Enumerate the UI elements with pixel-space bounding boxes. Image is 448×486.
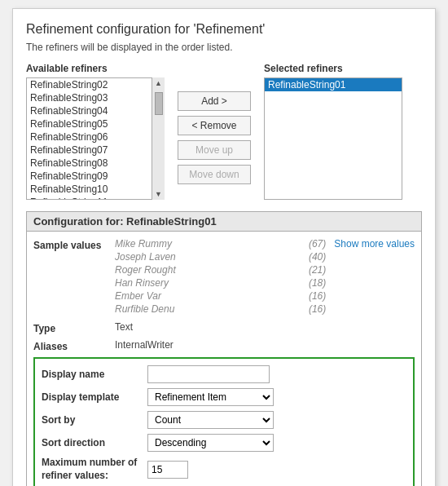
sort-direction-label: Sort direction (42, 437, 147, 448)
list-item[interactable]: RefinableString11 (27, 196, 164, 200)
sample-value-row: Mike Rummy (67) (115, 238, 326, 250)
panel-title: Refinement configuration for 'Refinement… (26, 22, 422, 37)
display-template-label: Display template (42, 391, 147, 403)
sample-name: Mike Rummy (115, 238, 172, 250)
selected-list-item[interactable]: RefinableString01 (265, 78, 402, 91)
refiners-section: Available refiners RefinableString02 Ref… (26, 63, 422, 200)
list-item[interactable]: RefinableString03 (27, 91, 164, 104)
list-item[interactable]: RefinableString06 (27, 130, 164, 144)
add-button[interactable]: Add > (178, 91, 251, 111)
list-item[interactable]: RefinableString05 (27, 117, 164, 130)
main-panel: Refinement configuration for 'Refinement… (12, 8, 436, 486)
sample-count: (18) (309, 277, 326, 289)
scroll-thumb (155, 92, 163, 115)
sample-value-row: Ember Var (16) (115, 290, 326, 302)
sample-name: Joseph Laven (115, 251, 176, 263)
max-refiner-label: Maximum number of refiner values: (42, 457, 147, 482)
sort-direction-row: Sort direction Descending Ascending (42, 434, 406, 452)
available-refiners-col: Available refiners RefinableString02 Ref… (26, 63, 165, 200)
panel-subtitle: The refiners will be displayed in the or… (26, 42, 422, 53)
aliases-row: Aliases InternalWriter (33, 339, 415, 352)
sample-name: Roger Rought (115, 264, 176, 276)
display-template-select[interactable]: Refinement Item Refinement Item (multi) … (147, 388, 274, 406)
max-refiner-input[interactable] (147, 461, 188, 479)
scroll-up-arrow[interactable]: ▲ (153, 77, 164, 89)
list-item[interactable]: RefinableString07 (27, 144, 164, 157)
display-name-label: Display name (42, 369, 147, 380)
scrollbar[interactable]: ▲ ▼ (152, 77, 165, 200)
type-row: Type Text (33, 321, 415, 334)
remove-button[interactable]: < Remove (178, 116, 251, 135)
sample-value-row: Roger Rought (21) (115, 264, 326, 276)
available-refiners-list[interactable]: RefinableString02 RefinableString03 Refi… (26, 77, 165, 200)
scroll-down-arrow[interactable]: ▼ (153, 188, 164, 200)
editable-config-section: Display name Display template Refinement… (33, 357, 415, 486)
sample-count: (67) (309, 238, 326, 250)
sort-direction-select[interactable]: Descending Ascending (147, 434, 274, 452)
type-value: Text (115, 321, 415, 333)
available-refiners-label: Available refiners (26, 63, 165, 74)
sample-count: (40) (309, 251, 326, 263)
max-refiner-row: Maximum number of refiner values: (42, 457, 406, 482)
move-down-button[interactable]: Move down (178, 165, 251, 184)
sort-by-row: Sort by Count Name (42, 411, 406, 429)
selected-refiners-label: Selected refiners (264, 63, 402, 74)
sample-name: Rurfible Denu (115, 303, 174, 315)
display-template-row: Display template Refinement Item Refinem… (42, 388, 406, 406)
sample-value-row: Joseph Laven (40) (115, 251, 326, 263)
aliases-value: InternalWriter (115, 339, 415, 351)
sample-values-container: Mike Rummy (67) Joseph Laven (40) Roger … (115, 238, 415, 316)
list-item[interactable]: RefinableString02 (27, 78, 164, 91)
list-item[interactable]: RefinableString04 (27, 104, 164, 117)
selected-refiners-list[interactable]: RefinableString01 (264, 77, 402, 200)
sort-by-select[interactable]: Count Name (147, 411, 274, 429)
selected-refiners-col: Selected refiners RefinableString01 (264, 63, 402, 200)
config-header: Configuration for: RefinableString01 (27, 212, 421, 232)
list-item[interactable]: RefinableString10 (27, 183, 164, 196)
action-buttons: Add > < Remove Move up Move down (178, 63, 251, 200)
sample-count: (16) (309, 303, 326, 315)
sample-value-row: Han Rinsery (18) (115, 277, 326, 289)
move-up-button[interactable]: Move up (178, 140, 251, 160)
display-name-input[interactable] (147, 365, 270, 383)
sample-name: Ember Var (115, 290, 161, 302)
type-label: Type (33, 321, 115, 334)
sample-count: (16) (309, 290, 326, 302)
sample-values-list: Mike Rummy (67) Joseph Laven (40) Roger … (115, 238, 326, 316)
aliases-label: Aliases (33, 339, 115, 352)
scroll-track (155, 89, 163, 188)
list-item[interactable]: RefinableString09 (27, 170, 164, 183)
sort-by-label: Sort by (42, 414, 147, 426)
display-name-row: Display name (42, 365, 406, 383)
config-section: Configuration for: RefinableString01 Sam… (26, 211, 422, 486)
sample-values-row: Sample values Mike Rummy (67) Joseph Lav… (33, 238, 415, 316)
list-item[interactable]: RefinableString08 (27, 157, 164, 170)
sample-value-row: Rurfible Denu (16) (115, 303, 326, 315)
show-more-link[interactable]: Show more values (334, 238, 415, 316)
sample-count: (21) (309, 264, 326, 276)
sample-name: Han Rinsery (115, 277, 169, 289)
config-body: Sample values Mike Rummy (67) Joseph Lav… (27, 232, 421, 486)
sample-values-label: Sample values (33, 238, 115, 251)
